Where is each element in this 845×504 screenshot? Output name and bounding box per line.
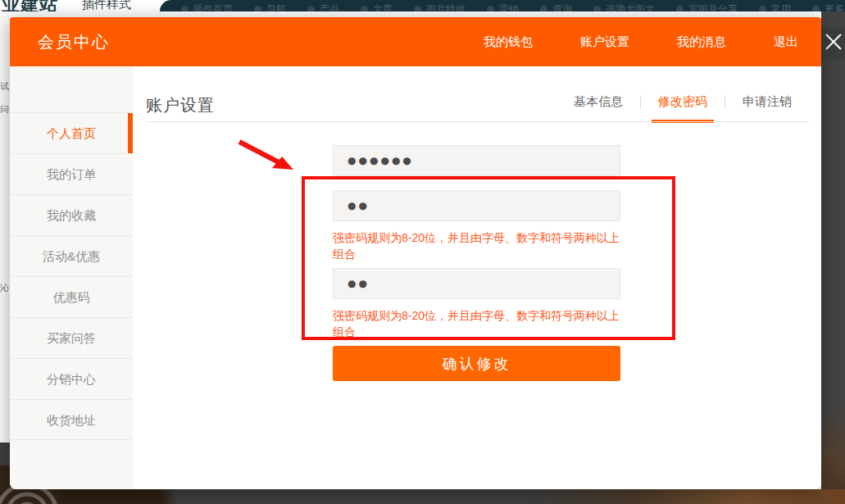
- background-right-edge: [821, 11, 845, 504]
- header-divider: [146, 121, 809, 122]
- sidebar-item-personal-home[interactable]: 个人首页: [10, 112, 133, 153]
- tab-bar: 基本信息 修改密码 申请注销: [557, 89, 809, 114]
- background-left-edge: 试 问: 沁: [0, 11, 10, 504]
- sidebar-item-activities-discounts[interactable]: 活动&优惠: [10, 235, 133, 276]
- sidebar-item-my-favorites[interactable]: 我的收藏: [10, 194, 133, 235]
- background-topbar: 业建站 插件样式 插件首页 导航 产品 文章 图片特效 营销 查询 选项卡图文 …: [0, 0, 845, 11]
- sidebar-item-buyer-qa[interactable]: 买家问答: [10, 317, 133, 358]
- tab-cancel-account[interactable]: 申请注销: [725, 89, 809, 114]
- page-title: 账户设置: [146, 94, 215, 116]
- background-nav-item: 营销: [487, 2, 519, 11]
- nav-dot-icon: [254, 6, 261, 11]
- nav-my-messages[interactable]: 我的消息: [677, 34, 726, 50]
- confirm-password-input[interactable]: [333, 268, 620, 299]
- sidebar-item-distribution-center[interactable]: 分销中心: [10, 358, 133, 399]
- background-nav-item: 常用: [759, 2, 791, 11]
- sidebar-item-coupon-code[interactable]: 优惠码: [10, 276, 133, 317]
- background-nav-item: 查询: [540, 2, 572, 11]
- nav-dot-icon: [759, 6, 766, 11]
- password-rule-hint: 强密码规则为8-20位，并且由字母、数字和符号两种以上组合: [333, 229, 626, 262]
- background-nav-item: 更多: [812, 2, 844, 11]
- background-nav-item: 文章: [361, 2, 393, 11]
- nav-dot-icon: [593, 6, 601, 11]
- background-text-fragment: 沁: [0, 282, 10, 294]
- nav-dot-icon: [676, 6, 684, 11]
- sidebar-spacer: [10, 66, 133, 112]
- modal-header: 会员中心 我的钱包 账户设置 我的消息 退出: [10, 17, 821, 66]
- annotation-arrow-icon: [236, 138, 298, 179]
- nav-dot-icon: [487, 6, 494, 11]
- nav-my-wallet[interactable]: 我的钱包: [484, 34, 533, 50]
- tab-basic-info[interactable]: 基本信息: [557, 89, 640, 114]
- nav-dot-icon: [812, 6, 820, 11]
- background-nav-item: 导航: [254, 2, 286, 11]
- tab-change-password[interactable]: 修改密码: [641, 89, 725, 114]
- modal-header-nav: 我的钱包 账户设置 我的消息 退出: [436, 17, 798, 66]
- background-navbar: 插件首页 导航 产品 文章 图片特效 营销 查询 选项卡图文 宽图及分享 常用 …: [160, 0, 845, 11]
- nav-dot-icon: [361, 6, 368, 11]
- background-nav-item: 插件首页: [181, 2, 233, 11]
- site-logo: 业建站: [2, 0, 58, 11]
- nav-dot-icon: [540, 6, 547, 11]
- new-password-input[interactable]: [333, 190, 620, 221]
- close-button[interactable]: [821, 28, 845, 59]
- background-text-fragment: 试: [0, 80, 10, 93]
- nav-logout[interactable]: 退出: [774, 34, 798, 50]
- sidebar: 个人首页 我的订单 我的收藏 活动&优惠 优惠码 买家问答 分销中心 收货地址: [10, 66, 133, 489]
- background-nav-item: 宽图及分享: [676, 2, 738, 11]
- password-rule-hint: 强密码规则为8-20位，并且由字母、数字和符号两种以上组合: [333, 307, 626, 340]
- nav-dot-icon: [414, 6, 421, 11]
- member-center-modal: 会员中心 我的钱包 账户设置 我的消息 退出 个人首页 我的订单 我的收藏 活动…: [10, 17, 821, 489]
- old-password-input[interactable]: [333, 145, 620, 176]
- background-menu-label: 插件样式: [82, 0, 131, 11]
- confirm-change-button[interactable]: 确认修改: [333, 346, 620, 381]
- nav-dot-icon: [181, 6, 189, 11]
- background-nav-item: 图片特效: [414, 2, 466, 11]
- account-settings-panel: 账户设置 基本信息 修改密码 申请注销 强密码规则为8-20位，并且由字母、数字…: [133, 66, 821, 489]
- background-bottom-edge: [0, 489, 845, 504]
- sidebar-item-shipping-address[interactable]: 收货地址: [10, 399, 133, 440]
- nav-dot-icon: [307, 6, 315, 11]
- background-nav-item: 产品: [307, 2, 339, 11]
- background-text-fragment: 问:: [0, 103, 10, 116]
- close-icon: [825, 33, 843, 54]
- background-nav-item: 选项卡图文: [593, 2, 655, 11]
- modal-title: 会员中心: [38, 31, 110, 53]
- nav-account-settings[interactable]: 账户设置: [580, 34, 629, 50]
- sidebar-item-my-orders[interactable]: 我的订单: [10, 153, 133, 194]
